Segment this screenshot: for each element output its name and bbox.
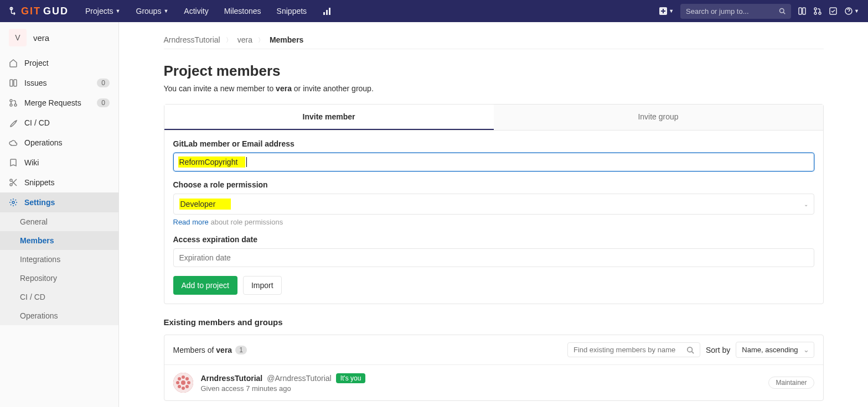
subnav-members[interactable]: Members bbox=[0, 231, 118, 250]
topnav: Projects▼ Groups▼ Activity Milestones Sn… bbox=[80, 3, 337, 19]
topnav-projects[interactable]: Projects▼ bbox=[80, 3, 126, 19]
help-dropdown[interactable]: ▼ bbox=[844, 7, 859, 15]
logo[interactable]: GITGUD bbox=[9, 6, 69, 17]
topbar: GITGUD Projects▼ Groups▼ Activity Milest… bbox=[0, 0, 868, 22]
svg-point-15 bbox=[10, 104, 12, 106]
global-search[interactable] bbox=[680, 4, 791, 19]
topnav-chart-icon[interactable] bbox=[317, 3, 337, 19]
svg-rect-2 bbox=[329, 8, 330, 15]
page-subtitle: You can invite a new member to vera or i… bbox=[164, 84, 824, 93]
chevron-down-icon: ▼ bbox=[116, 8, 121, 14]
sidebar-item-cicd[interactable]: CI / CD bbox=[0, 113, 118, 133]
sidebar: V vera Project Issues0 Merge Requests0 C… bbox=[0, 22, 119, 407]
logo-text-gud: GUD bbox=[43, 6, 69, 17]
member-name[interactable]: ArndressTutorial bbox=[201, 374, 263, 383]
issues-icon bbox=[798, 7, 807, 15]
chevron-down-icon: ⌄ bbox=[804, 201, 808, 207]
text-cursor bbox=[246, 157, 247, 167]
find-members-box[interactable] bbox=[567, 342, 700, 357]
svg-rect-1 bbox=[326, 10, 328, 15]
scissors-icon bbox=[9, 178, 18, 187]
mr-link[interactable] bbox=[813, 7, 822, 15]
breadcrumb-project[interactable]: vera bbox=[237, 35, 252, 44]
sort-select[interactable]: Name, ascending bbox=[736, 342, 814, 358]
topbar-right: ▼ ▼ bbox=[659, 4, 859, 19]
sidebar-item-wiki[interactable]: Wiki bbox=[0, 153, 118, 173]
rocket-icon bbox=[9, 118, 18, 127]
tab-invite-member[interactable]: Invite member bbox=[164, 105, 494, 130]
gear-icon bbox=[9, 198, 18, 207]
search-input[interactable] bbox=[686, 7, 779, 15]
project-header[interactable]: V vera bbox=[0, 22, 118, 53]
sidebar-item-snippets[interactable]: Snippets bbox=[0, 173, 118, 192]
svg-point-8 bbox=[814, 12, 817, 14]
invite-tabs: Invite member Invite group bbox=[164, 105, 823, 131]
svg-point-17 bbox=[10, 179, 12, 181]
search-icon bbox=[686, 346, 694, 354]
sidebar-item-project[interactable]: Project bbox=[0, 53, 118, 73]
help-icon bbox=[844, 7, 853, 15]
role-select-label: Choose a role permission bbox=[173, 180, 814, 189]
search-icon bbox=[779, 7, 786, 15]
sidebar-item-settings[interactable]: Settings bbox=[0, 192, 118, 212]
svg-point-20 bbox=[688, 347, 693, 352]
svg-point-7 bbox=[814, 8, 817, 10]
subnav-repository[interactable]: Repository bbox=[0, 269, 118, 288]
svg-point-26 bbox=[182, 375, 185, 379]
new-dropdown[interactable]: ▼ bbox=[659, 7, 674, 15]
topnav-activity[interactable]: Activity bbox=[178, 3, 214, 19]
chevron-down-icon: ▼ bbox=[669, 8, 674, 14]
sidebar-item-merge-requests[interactable]: Merge Requests0 bbox=[0, 93, 118, 113]
expiry-input[interactable] bbox=[173, 248, 814, 267]
existing-section-title: Existing members and groups bbox=[164, 317, 824, 327]
issues-link[interactable] bbox=[798, 7, 807, 15]
svg-rect-5 bbox=[799, 8, 802, 14]
breadcrumb-current: Members bbox=[270, 35, 303, 44]
sidebar-item-operations[interactable]: Operations bbox=[0, 133, 118, 153]
issues-count: 0 bbox=[97, 79, 110, 87]
subnav-cicd[interactable]: CI / CD bbox=[0, 288, 118, 306]
role-select-value: Developer bbox=[179, 199, 231, 210]
chevron-down-icon: ▼ bbox=[163, 8, 168, 14]
members-header: Members of vera 1 Sort by Name, ascendin… bbox=[164, 335, 823, 365]
import-button[interactable]: Import bbox=[243, 276, 282, 295]
members-of-label: Members of vera bbox=[173, 346, 232, 354]
its-you-badge: It's you bbox=[336, 373, 366, 383]
find-members-input[interactable] bbox=[574, 346, 686, 354]
svg-point-16 bbox=[14, 104, 17, 106]
tab-invite-group[interactable]: Invite group bbox=[494, 105, 823, 130]
chevron-right-icon: 〉 bbox=[226, 36, 232, 44]
svg-point-18 bbox=[10, 184, 12, 186]
chart-icon bbox=[322, 7, 331, 15]
breadcrumb-root[interactable]: ArndressTutorial bbox=[164, 35, 220, 44]
issues-icon bbox=[9, 79, 18, 87]
subnav-operations[interactable]: Operations bbox=[0, 306, 118, 325]
subnav-general[interactable]: General bbox=[0, 212, 118, 231]
read-more-link[interactable]: Read more bbox=[173, 218, 209, 226]
add-to-project-button[interactable]: Add to project bbox=[173, 276, 237, 295]
members-card: Members of vera 1 Sort by Name, ascendin… bbox=[164, 335, 824, 401]
member-input[interactable]: ReformCopyright bbox=[173, 153, 814, 171]
svg-point-24 bbox=[176, 381, 179, 384]
topnav-milestones[interactable]: Milestones bbox=[219, 3, 267, 19]
sidebar-item-issues[interactable]: Issues0 bbox=[0, 73, 118, 93]
subnav-integrations[interactable]: Integrations bbox=[0, 250, 118, 269]
topnav-groups[interactable]: Groups▼ bbox=[131, 3, 174, 19]
role-select[interactable]: Developer ⌄ bbox=[173, 194, 814, 215]
settings-subnav: General Members Integrations Repository … bbox=[0, 212, 118, 325]
main-content: ArndressTutorial 〉 vera 〉 Members Projec… bbox=[119, 22, 868, 407]
role-help-text: Read more about role permissions bbox=[173, 218, 814, 226]
todos-link[interactable] bbox=[829, 7, 838, 15]
topnav-snippets[interactable]: Snippets bbox=[271, 3, 312, 19]
merge-request-icon bbox=[9, 98, 18, 107]
svg-point-19 bbox=[12, 201, 14, 204]
svg-point-22 bbox=[181, 380, 185, 385]
book-icon bbox=[9, 158, 18, 167]
member-input-label: GitLab member or Email address bbox=[173, 139, 814, 148]
svg-point-23 bbox=[187, 381, 190, 384]
member-handle: @ArndressTutorial bbox=[267, 374, 331, 383]
svg-point-4 bbox=[780, 9, 784, 13]
member-avatar bbox=[173, 373, 193, 393]
plus-icon bbox=[659, 7, 668, 15]
sort-by-label: Sort by bbox=[706, 346, 730, 354]
